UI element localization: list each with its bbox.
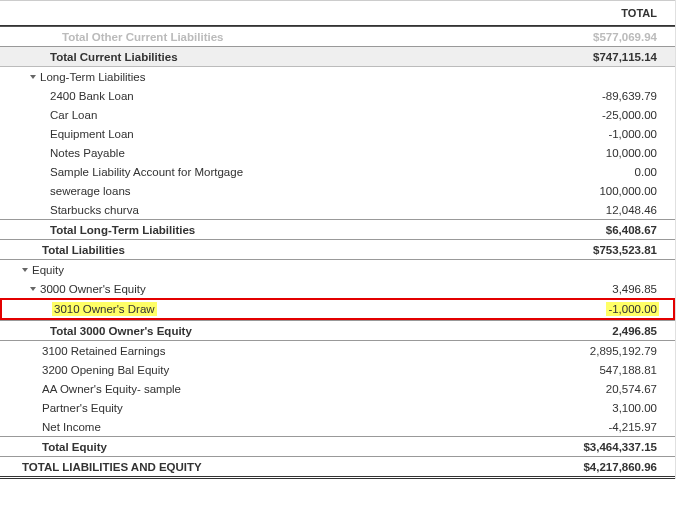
row-label: 3200 Opening Bal Equity xyxy=(0,364,599,376)
row-value: 20,574.67 xyxy=(606,383,657,395)
row-value: $4,217,860.96 xyxy=(583,461,657,473)
aa-owners-equity-row[interactable]: AA Owner's Equity- sample 20,574.67 xyxy=(0,379,675,398)
owners-equity-header-row[interactable]: 3000 Owner's Equity 3,496.85 xyxy=(0,279,675,298)
chevron-down-icon[interactable] xyxy=(30,75,36,79)
row-label: Total Other Current Liabilities xyxy=(0,31,593,43)
row-value: 3,496.85 xyxy=(612,283,657,295)
row-value: 100,000.00 xyxy=(599,185,657,197)
row-label: Long-Term Liabilities xyxy=(40,71,145,83)
row-value: $6,408.67 xyxy=(606,224,657,236)
retained-earnings-row[interactable]: 3100 Retained Earnings 2,895,192.79 xyxy=(0,341,675,360)
row-label: 3010 Owner's Draw xyxy=(52,302,157,316)
row-value: 10,000.00 xyxy=(606,147,657,159)
long-term-liabilities-header-row[interactable]: Long-Term Liabilities xyxy=(0,66,675,86)
row-label: Total 3000 Owner's Equity xyxy=(0,325,612,337)
row-value: -1,000.00 xyxy=(608,128,657,140)
chevron-down-icon[interactable] xyxy=(30,287,36,291)
partners-equity-row[interactable]: Partner's Equity 3,100.00 xyxy=(0,398,675,417)
row-label: Notes Payable xyxy=(0,147,606,159)
row-label: Sample Liability Account for Mortgage xyxy=(0,166,635,178)
chevron-down-icon[interactable] xyxy=(22,268,28,272)
total-liabilities-row[interactable]: Total Liabilities $753,523.81 xyxy=(0,240,675,260)
row-label: Equity xyxy=(32,264,64,276)
equity-header-row[interactable]: Equity xyxy=(0,260,675,279)
row-label: 3000 Owner's Equity xyxy=(40,283,146,295)
total-equity-row[interactable]: Total Equity $3,464,337.15 xyxy=(0,436,675,457)
row-value: 3,100.00 xyxy=(612,402,657,414)
row-label: Starbucks churva xyxy=(0,204,606,216)
bank-loan-row[interactable]: 2400 Bank Loan -89,639.79 xyxy=(0,86,675,105)
highlighted-owners-draw-box: 3010 Owner's Draw -1,000.00 xyxy=(0,298,675,320)
row-label: 3100 Retained Earnings xyxy=(0,345,590,357)
notes-payable-row[interactable]: Notes Payable 10,000.00 xyxy=(0,143,675,162)
row-label: Total Long-Term Liabilities xyxy=(0,224,606,236)
net-income-row[interactable]: Net Income -4,215.97 xyxy=(0,417,675,436)
row-value: 547,188.81 xyxy=(599,364,657,376)
total-owners-equity-row[interactable]: Total 3000 Owner's Equity 2,496.85 xyxy=(0,320,675,341)
row-label: Equipment Loan xyxy=(0,128,608,140)
total-other-current-liabilities-row[interactable]: Total Other Current Liabilities $577,069… xyxy=(0,26,675,47)
equipment-loan-row[interactable]: Equipment Loan -1,000.00 xyxy=(0,124,675,143)
car-loan-row[interactable]: Car Loan -25,000.00 xyxy=(0,105,675,124)
total-liabilities-and-equity-row[interactable]: TOTAL LIABILITIES AND EQUITY $4,217,860.… xyxy=(0,457,675,479)
row-label: Total Liabilities xyxy=(0,244,593,256)
row-value: -1,000.00 xyxy=(606,302,659,316)
report-container: TOTAL Total Other Current Liabilities $5… xyxy=(0,0,676,479)
sample-mortgage-row[interactable]: Sample Liability Account for Mortgage 0.… xyxy=(0,162,675,181)
row-label: sewerage loans xyxy=(0,185,599,197)
column-header-row: TOTAL xyxy=(0,0,675,26)
row-label: Total Current Liabilities xyxy=(0,51,593,63)
owners-draw-row[interactable]: 3010 Owner's Draw -1,000.00 xyxy=(2,300,673,318)
row-value: 2,895,192.79 xyxy=(590,345,657,357)
row-label: TOTAL LIABILITIES AND EQUITY xyxy=(0,461,583,473)
row-label: 2400 Bank Loan xyxy=(0,90,602,102)
row-value: -4,215.97 xyxy=(608,421,657,433)
row-value: 12,048.46 xyxy=(606,204,657,216)
opening-bal-equity-row[interactable]: 3200 Opening Bal Equity 547,188.81 xyxy=(0,360,675,379)
row-label: Partner's Equity xyxy=(0,402,612,414)
row-value: 2,496.85 xyxy=(612,325,657,337)
row-label: AA Owner's Equity- sample xyxy=(0,383,606,395)
row-value: $753,523.81 xyxy=(593,244,657,256)
row-label: Total Equity xyxy=(0,441,583,453)
total-long-term-liabilities-row[interactable]: Total Long-Term Liabilities $6,408.67 xyxy=(0,219,675,240)
total-column-header: TOTAL xyxy=(621,7,657,19)
row-value: $577,069.94 xyxy=(593,31,657,43)
sewerage-loans-row[interactable]: sewerage loans 100,000.00 xyxy=(0,181,675,200)
total-current-liabilities-row[interactable]: Total Current Liabilities $747,115.14 xyxy=(0,47,675,66)
row-value: $3,464,337.15 xyxy=(583,441,657,453)
row-value: $747,115.14 xyxy=(593,51,657,63)
row-value: -25,000.00 xyxy=(602,109,657,121)
row-label: Car Loan xyxy=(0,109,602,121)
starbucks-row[interactable]: Starbucks churva 12,048.46 xyxy=(0,200,675,219)
row-value: -89,639.79 xyxy=(602,90,657,102)
row-value: 0.00 xyxy=(635,166,657,178)
row-label: Net Income xyxy=(0,421,608,433)
